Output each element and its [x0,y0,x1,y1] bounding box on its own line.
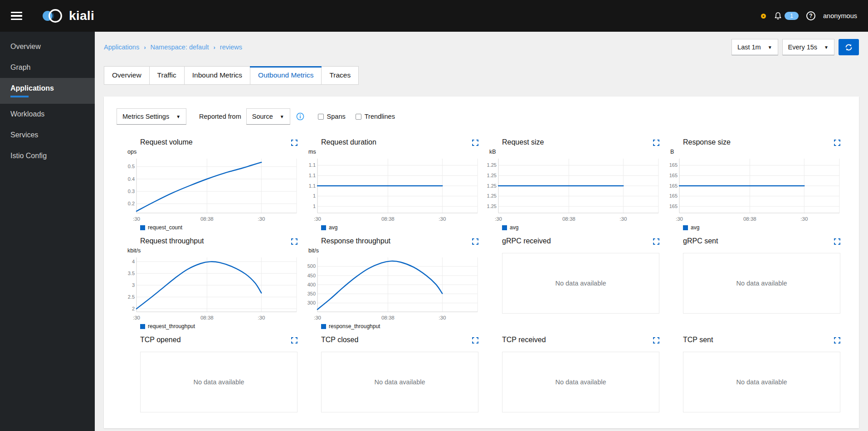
svg-text::30: :30 [495,216,502,222]
chart-plot: 500450400350300:3008:38:30 [304,255,478,323]
svg-text::30: :30 [800,216,808,222]
svg-text:1: 1 [313,193,316,199]
chart-title: TCP received [502,336,546,344]
masthead: kiali 1 ? anonymous [0,0,868,32]
chart-plot: 1.11.11.111:3008:38:30 [304,156,478,224]
expand-icon[interactable] [472,140,478,148]
svg-text:1.25: 1.25 [487,193,497,199]
legend-label: avg [691,224,699,231]
active-item-underline [10,96,29,97]
breadcrumb-link-reviews[interactable]: reviews [220,44,242,51]
svg-text::30: :30 [619,216,627,222]
legend-item-request-throughput[interactable]: request_throughput [140,323,297,329]
svg-text:08:38: 08:38 [381,315,395,320]
metrics-settings-select[interactable]: Metrics Settings ▼ [117,108,186,125]
chart-title: gRPC sent [683,237,718,245]
chart-plot: 165165165165165:3008:38:30 [666,156,840,224]
sidebar-item-overview[interactable]: Overview [0,36,95,57]
svg-text:3.5: 3.5 [128,271,135,276]
breadcrumb-link-namespace-default[interactable]: Namespace: default [151,44,209,51]
legend-item-request-count[interactable]: request_count [140,224,297,231]
legend-swatch [140,324,145,329]
legend-item-response-throughput[interactable]: response_throughput [321,323,478,329]
expand-icon[interactable] [653,238,659,247]
tab-traffic[interactable]: Traffic [150,67,185,84]
no-data-message: No data available [502,352,659,412]
legend-item-avg[interactable]: avg [683,224,840,231]
svg-text:500: 500 [307,263,316,269]
expand-icon[interactable] [653,337,659,345]
refresh-interval-select[interactable]: Every 15s ▼ [782,39,834,55]
chevron-down-icon: ▼ [176,114,180,119]
user-menu[interactable]: anonymous [823,12,857,19]
expand-icon[interactable] [291,238,297,247]
expand-icon[interactable] [834,238,840,247]
expand-icon[interactable] [472,238,478,247]
legend-item-avg[interactable]: avg [321,224,478,231]
expand-icon[interactable] [291,140,297,148]
svg-text:1.25: 1.25 [487,173,497,178]
svg-text:0.5: 0.5 [128,164,135,169]
chart-unit-label: B [670,149,840,156]
chart-tcp-sent: TCP sentNo data available [666,336,840,426]
sidebar-item-services[interactable]: Services [0,125,95,145]
duration-select[interactable]: Last 1m ▼ [731,39,778,55]
hamburger-menu-icon[interactable] [11,12,22,20]
help-icon[interactable]: ? [806,11,815,20]
sidebar-item-label: Overview [10,43,84,51]
chart-header: Response throughput [304,237,478,247]
chart-tcp-closed: TCP closedNo data available [304,336,478,426]
legend-swatch [502,225,507,230]
svg-text::30: :30 [314,315,321,320]
chart-title: TCP opened [140,336,181,344]
sidebar-nav: OverviewGraphApplicationsWorkloadsServic… [0,32,95,431]
tab-inbound-metrics[interactable]: Inbound Metrics [185,67,250,84]
legend-label: avg [510,224,518,231]
svg-text::30: :30 [258,216,265,222]
chart-title: Response throughput [321,237,390,245]
info-icon[interactable] [296,112,304,121]
istio-status-warning-icon[interactable] [761,14,766,19]
chart-grpc-sent: gRPC sentNo data available [666,237,840,329]
svg-text:1.25: 1.25 [487,162,497,168]
sidebar-item-workloads[interactable]: Workloads [0,104,95,125]
chart-plot: 1.251.251.251.251.25:3008:38:30 [485,156,659,224]
tab-traces[interactable]: Traces [322,67,358,84]
expand-icon[interactable] [653,140,659,148]
expand-icon[interactable] [472,337,478,345]
reported-from-select[interactable]: Source ▼ [246,108,290,125]
expand-icon[interactable] [291,337,297,345]
svg-text:400: 400 [307,282,316,287]
spans-checkbox[interactable]: Spans [318,113,346,120]
sidebar-item-label: Workloads [10,110,84,118]
refresh-button[interactable] [839,39,859,55]
chart-plot: 0.50.40.30.2:3008:38:30 [123,156,297,224]
tab-outbound-metrics[interactable]: Outbound Metrics [250,67,322,84]
trendlines-checkbox[interactable]: Trendlines [356,113,395,120]
sidebar-item-applications[interactable]: Applications [0,78,95,104]
sidebar-item-istio-config[interactable]: Istio Config [0,145,95,166]
tab-overview[interactable]: Overview [104,67,150,84]
sidebar-item-graph[interactable]: Graph [0,57,95,78]
chart-title: Request duration [321,138,376,146]
expand-icon[interactable] [834,337,840,345]
chart-header: TCP closed [304,336,478,345]
svg-text:08:38: 08:38 [381,216,395,222]
notifications-button[interactable]: 1 [774,12,799,20]
svg-text::30: :30 [258,315,265,320]
no-data-message: No data available [683,253,840,314]
legend-label: avg [329,224,337,231]
chart-tcp-received: TCP receivedNo data available [485,336,659,426]
breadcrumb-link-applications[interactable]: Applications [104,44,139,51]
expand-icon[interactable] [834,140,840,148]
time-controls: Last 1m ▼ Every 15s ▼ [731,39,859,55]
svg-text:08:38: 08:38 [200,216,214,222]
svg-text:165: 165 [669,193,678,199]
chart-title: Request volume [140,138,193,146]
legend-item-avg[interactable]: avg [502,224,659,231]
brand-name: kiali [69,9,94,23]
no-data-message: No data available [140,352,297,412]
metrics-toolbar: Metrics Settings ▼ Reported from Source … [117,108,846,125]
svg-text:3: 3 [132,282,135,288]
svg-text:300: 300 [307,300,316,305]
